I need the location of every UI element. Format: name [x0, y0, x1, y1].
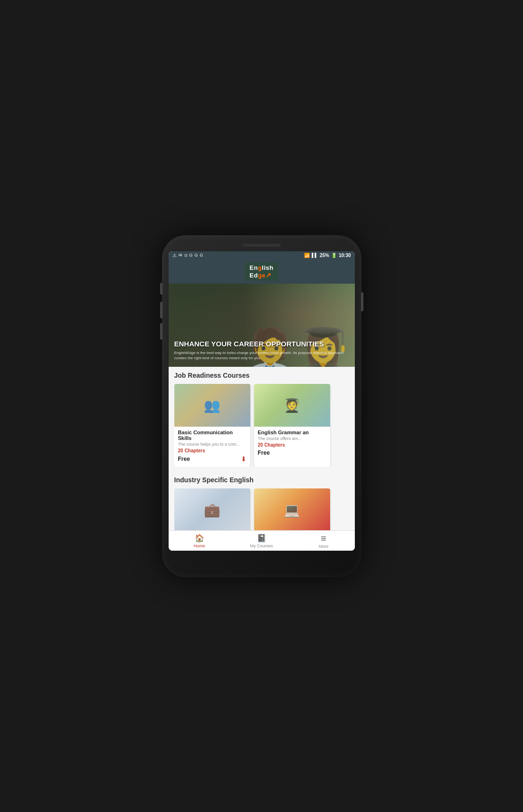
scroll-content[interactable]: 🧑‍💼👩‍🎓 ENHANCE YOUR CAREER OPPORTUNITIES…: [169, 284, 355, 530]
course-price-english-grammar: Free: [258, 449, 270, 456]
my-courses-label: My Courses: [250, 544, 273, 548]
my-courses-icon: 📓: [257, 534, 266, 543]
gmail-icon: ✉: [179, 253, 182, 258]
course-footer-basic-comm: Free ⬇: [178, 455, 247, 463]
nav-more[interactable]: ≡ More: [293, 531, 355, 551]
nav-my-courses[interactable]: 📓 My Courses: [230, 531, 293, 551]
hero-title: ENHANCE YOUR CAREER OPPORTUNITIES: [174, 340, 349, 348]
clock: 10:30: [339, 253, 351, 258]
bottom-nav: 🏠 Home 📓 My Courses ≡ More: [169, 530, 355, 551]
wifi-icon: 📶: [304, 253, 310, 258]
course-card-business[interactable]: Business English: [174, 488, 250, 530]
industry-specific-title: Industry Specific English: [174, 476, 349, 484]
course-image-basic-comm: [174, 384, 250, 427]
home-icon: 🏠: [195, 534, 204, 543]
course-card-tech[interactable]: Tech English: [254, 488, 330, 530]
status-bar: ⚠ ✉ ⊡ G G G 📶 ▌▌ 25% 🔋 10:30: [169, 251, 355, 259]
course-price-basic-comm: Free: [178, 456, 190, 462]
hero-text-area: ENHANCE YOUR CAREER OPPORTUNITIES Englis…: [174, 340, 349, 361]
google-icon-3: G: [200, 253, 203, 258]
app-header: EnglishEdge↗: [169, 259, 355, 284]
silent-button: [160, 323, 162, 340]
download-icon-basic-comm[interactable]: ⬇: [241, 455, 247, 463]
course-image-business: [174, 488, 250, 530]
status-left-icons: ⚠ ✉ ⊡ G G G: [172, 253, 203, 258]
course-image-tech: [254, 488, 330, 530]
google-icon-2: G: [195, 253, 198, 258]
course-chapters-basic-comm: 20 Chapters: [178, 448, 247, 453]
more-icon: ≡: [321, 534, 326, 543]
app-logo: EnglishEdge↗: [245, 262, 278, 281]
course-chapters-english-grammar: 20 Chapters: [258, 442, 326, 448]
nav-home[interactable]: 🏠 Home: [169, 531, 231, 551]
course-name-basic-comm: Basic Communication Skills: [178, 430, 247, 441]
battery-percent: 25%: [320, 253, 329, 258]
volume-up-button: [160, 283, 162, 295]
course-desc-basic-comm: The course helps you to a com...: [178, 442, 247, 447]
warning-icon: ⚠: [172, 253, 177, 258]
app-icon-1: ⊡: [184, 253, 188, 258]
hero-subtitle: EnglishEdge is the best way to turbo-cha…: [174, 350, 349, 361]
job-readiness-section: Job Readiness Courses Basic Communicatio…: [169, 367, 355, 471]
phone-device: ⚠ ✉ ⊡ G G G 📶 ▌▌ 25% 🔋 10:30 EnglishEdge…: [162, 235, 361, 577]
course-card-english-grammar[interactable]: English Grammar an The course offers am.…: [254, 384, 330, 467]
industry-specific-section: Industry Specific English Business Engli…: [169, 471, 355, 530]
phone-screen: ⚠ ✉ ⊡ G G G 📶 ▌▌ 25% 🔋 10:30 EnglishEdge…: [169, 251, 355, 551]
volume-down-button: [160, 302, 162, 318]
power-button: [361, 292, 363, 311]
job-readiness-title: Job Readiness Courses: [174, 372, 349, 379]
more-label: More: [319, 544, 329, 549]
hero-banner: 🧑‍💼👩‍🎓 ENHANCE YOUR CAREER OPPORTUNITIES…: [169, 284, 355, 367]
course-info-english-grammar: English Grammar an The course offers am.…: [254, 427, 330, 460]
course-info-basic-comm: Basic Communication Skills The course he…: [174, 427, 250, 467]
course-desc-english-grammar: The course offers am...: [258, 436, 326, 441]
home-label: Home: [194, 544, 205, 548]
job-readiness-courses-row[interactable]: Basic Communication Skills The course he…: [174, 384, 349, 467]
battery-icon: 🔋: [331, 253, 337, 258]
course-footer-english-grammar: Free: [258, 449, 326, 456]
logo-text: EnglishEdge↗: [249, 264, 273, 279]
course-image-english-grammar: [254, 384, 330, 427]
course-card-basic-comm[interactable]: Basic Communication Skills The course he…: [174, 384, 250, 467]
course-name-english-grammar: English Grammar an: [258, 430, 326, 435]
google-icon-1: G: [190, 253, 193, 258]
industry-specific-courses-row[interactable]: Business English Tech English: [174, 488, 349, 530]
phone-speaker: [243, 244, 281, 247]
status-right-icons: 📶 ▌▌ 25% 🔋 10:30: [304, 253, 351, 258]
signal-icon: ▌▌: [312, 253, 318, 258]
